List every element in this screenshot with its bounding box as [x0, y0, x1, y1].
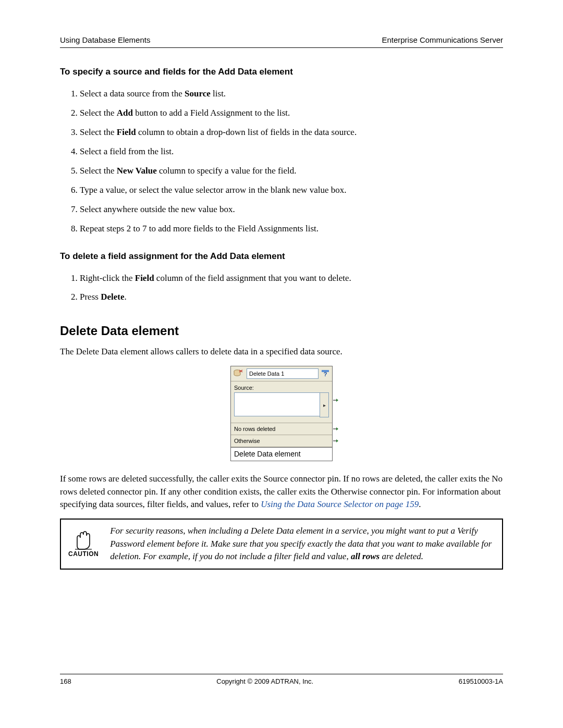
- database-icon: [233, 369, 243, 378]
- chevron-right-icon: ▸: [323, 402, 326, 408]
- header-right: Enterprise Communications Server: [382, 35, 503, 44]
- list-item: Press Delete.: [80, 288, 503, 307]
- help-icon[interactable]: ?: [322, 370, 329, 377]
- row-no-rows-deleted: No rows deleted: [231, 423, 332, 435]
- source-dropdown-button[interactable]: ▸: [320, 392, 329, 417]
- caution-text: For security reasons, when including a D…: [110, 525, 495, 563]
- intro-paragraph: The Delete Data element allows callers t…: [60, 346, 503, 359]
- figure-caption: Delete Data element: [231, 447, 332, 461]
- heading-delete-data: Delete Data element: [60, 324, 503, 338]
- list-item: Right-click the Field column of the fiel…: [80, 269, 503, 288]
- connector-pin-source[interactable]: [333, 398, 338, 402]
- section-1-title: To specify a source and fields for the A…: [60, 67, 503, 77]
- list-item: Select anywhere outside the new value bo…: [80, 200, 503, 219]
- paragraph-connector-description: If some rows are deleted successfully, t…: [60, 473, 503, 511]
- section-1-steps: Select a data source from the Source lis…: [60, 84, 503, 239]
- source-input[interactable]: [234, 392, 320, 416]
- svg-marker-8: [336, 427, 338, 430]
- source-label: Source:: [234, 385, 329, 391]
- section-2-steps: Right-click the Field column of the fiel…: [60, 269, 503, 307]
- element-title-input[interactable]: Delete Data 1: [247, 368, 319, 379]
- footer-copyright: Copyright © 2009 ADTRAN, Inc.: [216, 677, 313, 685]
- footer-page-number: 168: [60, 677, 71, 685]
- connector-pin-otherwise[interactable]: [333, 439, 338, 443]
- caution-hand-icon: [72, 530, 95, 550]
- page-header: Using Database Elements Enterprise Commu…: [60, 35, 503, 48]
- connector-pin-no-rows[interactable]: [333, 427, 338, 431]
- svg-text:?: ?: [324, 371, 327, 377]
- element-title-row: Delete Data 1 ?: [231, 366, 332, 381]
- svg-marker-10: [336, 439, 338, 442]
- page-footer: 168 Copyright © 2009 ADTRAN, Inc. 619510…: [60, 674, 503, 685]
- link-data-source-selector[interactable]: Using the Data Source Selector on page 1…: [261, 499, 419, 509]
- list-item: Repeat steps 2 to 7 to add more fields t…: [80, 219, 503, 239]
- list-item: Select the New Value column to specify a…: [80, 162, 503, 181]
- list-item: Type a value, or select the value select…: [80, 181, 503, 200]
- figure-delete-data-element: Delete Data 1 ? Source: ▸ N: [60, 366, 503, 461]
- list-item: Select a data source from the Source lis…: [80, 84, 503, 104]
- caution-box: CAUTION For security reasons, when inclu…: [60, 519, 503, 570]
- section-2-title: To delete a field assignment for the Add…: [60, 251, 503, 262]
- svg-marker-6: [336, 399, 338, 402]
- element-box: Delete Data 1 ? Source: ▸ N: [230, 366, 333, 461]
- footer-doc-id: 619510003-1A: [459, 677, 503, 685]
- caution-label: CAUTION: [68, 550, 99, 558]
- list-item: Select the Add button to add a Field Ass…: [80, 104, 503, 123]
- list-item: Select the Field column to obtain a drop…: [80, 123, 503, 142]
- list-item: Select a field from the list.: [80, 142, 503, 162]
- row-otherwise: Otherwise: [231, 435, 332, 447]
- header-left: Using Database Elements: [60, 35, 150, 44]
